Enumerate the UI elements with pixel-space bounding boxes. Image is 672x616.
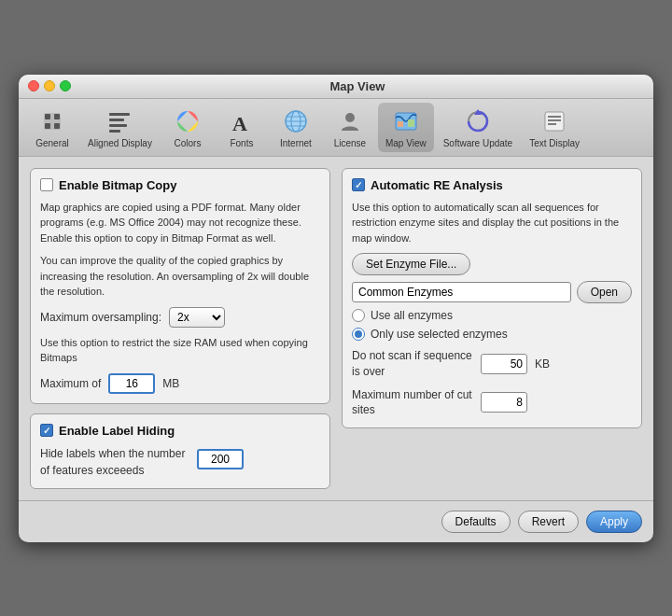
oversampling-row: Maximum oversampling: 2x 4x 1x <box>40 307 320 328</box>
aligned-display-icon <box>105 106 134 136</box>
toolbar-label-aligned-display: Aligned Display <box>88 138 152 148</box>
toolbar-item-license[interactable]: License <box>324 103 376 152</box>
enzyme-file-input[interactable] <box>352 282 571 302</box>
toolbar-label-license: License <box>334 138 366 148</box>
svg-rect-4 <box>54 123 60 129</box>
right-panel: Automatic RE Analysis Use this option to… <box>342 168 642 489</box>
label-hiding-header: Enable Label Hiding <box>40 424 320 438</box>
svg-point-16 <box>345 113 355 122</box>
oversampling-label: Maximum oversampling: <box>40 311 161 324</box>
toolbar-item-colors[interactable]: Colors <box>161 103 214 152</box>
scan-row: Do not scan if sequence is over KB <box>352 348 632 380</box>
use-selected-enzymes-label: Only use selected enzymes <box>371 328 508 341</box>
cut-sites-label: Maximum number of cut sites <box>352 387 473 419</box>
toolbar-item-aligned-display[interactable]: Aligned Display <box>80 103 160 152</box>
software-update-icon <box>463 106 493 136</box>
bitmap-copy-title: Enable Bitmap Copy <box>59 178 176 192</box>
bitmap-copy-desc1: Map graphics are copied using a PDF form… <box>40 200 320 246</box>
auto-re-section: Automatic RE Analysis Use this option to… <box>342 168 642 429</box>
auto-re-header: Automatic RE Analysis <box>352 178 632 192</box>
svg-rect-19 <box>408 119 414 127</box>
window-title: Map View <box>71 79 644 93</box>
license-icon <box>335 106 365 136</box>
enzyme-file-row: Open <box>352 281 632 303</box>
toolbar-item-internet[interactable]: Internet <box>270 103 322 152</box>
bitmap-copy-header: Enable Bitmap Copy <box>40 178 320 192</box>
set-enzyme-button[interactable]: Set Enzyme File... <box>352 253 470 275</box>
svg-rect-1 <box>45 114 50 119</box>
gear-icon <box>37 106 67 136</box>
maximum-row: Maximum of MB <box>40 373 320 394</box>
toolbar-item-fonts[interactable]: A Fonts <box>216 103 268 152</box>
internet-icon <box>281 106 311 136</box>
traffic-lights <box>28 80 71 91</box>
use-selected-enzymes-row: Only use selected enzymes <box>352 328 632 341</box>
svg-rect-8 <box>109 130 120 133</box>
map-view-icon <box>391 106 421 136</box>
text-display-icon <box>539 106 569 136</box>
close-button[interactable] <box>28 80 39 91</box>
bitmap-copy-section: Enable Bitmap Copy Map graphics are copi… <box>30 168 330 404</box>
svg-rect-2 <box>54 114 60 119</box>
apply-button[interactable]: Apply <box>586 511 642 533</box>
svg-rect-3 <box>45 123 50 129</box>
bottom-bar: Defaults Revert Apply <box>19 500 653 542</box>
label-hiding-value-input[interactable] <box>197 449 244 469</box>
defaults-button[interactable]: Defaults <box>441 511 511 533</box>
oversampling-select[interactable]: 2x 4x 1x <box>169 307 225 328</box>
cut-sites-row: Maximum number of cut sites <box>352 387 632 419</box>
scan-label: Do not scan if sequence is over <box>352 348 473 380</box>
toolbar-label-colors: Colors <box>174 138 201 148</box>
toolbar-label-software-update: Software Update <box>443 138 513 148</box>
fonts-icon: A <box>227 106 257 136</box>
toolbar-item-general[interactable]: General <box>26 103 78 152</box>
auto-re-desc: Use this option to automatically scan al… <box>352 200 632 246</box>
maximum-value-input[interactable] <box>108 373 155 394</box>
toolbar-label-fonts: Fonts <box>230 138 253 148</box>
label-hiding-section: Enable Label Hiding Hide labels when the… <box>30 413 330 489</box>
main-window: Map View General <box>19 75 653 542</box>
label-hiding-title: Enable Label Hiding <box>59 424 175 438</box>
svg-rect-22 <box>545 112 564 131</box>
toolbar: General Aligned Display <box>19 99 653 157</box>
toolbar-item-map-view[interactable]: Map View <box>378 103 434 152</box>
svg-rect-18 <box>398 121 403 127</box>
svg-rect-6 <box>109 119 124 121</box>
label-hiding-row: Hide labels when the number of features … <box>40 445 320 479</box>
ram-desc: Use this option to restrict the size RAM… <box>40 335 320 366</box>
label-hiding-checkbox[interactable] <box>40 424 53 437</box>
toolbar-label-internet: Internet <box>280 138 312 148</box>
main-content: Enable Bitmap Copy Map graphics are copi… <box>19 157 653 500</box>
revert-button[interactable]: Revert <box>518 511 579 533</box>
open-button[interactable]: Open <box>577 281 632 303</box>
svg-text:A: A <box>232 112 247 134</box>
use-all-enzymes-label: Use all enzymes <box>371 309 453 322</box>
auto-re-checkbox[interactable] <box>352 178 365 191</box>
colors-icon <box>173 106 203 136</box>
set-enzyme-row: Set Enzyme File... <box>352 253 632 275</box>
toolbar-label-general: General <box>35 138 69 148</box>
minimize-button[interactable] <box>44 80 55 91</box>
toolbar-item-software-update[interactable]: Software Update <box>436 103 521 152</box>
maximize-button[interactable] <box>60 80 71 91</box>
left-panel: Enable Bitmap Copy Map graphics are copi… <box>30 168 330 489</box>
maximum-label: Maximum of <box>40 377 101 390</box>
svg-rect-5 <box>109 113 130 116</box>
label-hiding-desc: Hide labels when the number of features … <box>40 445 189 479</box>
bitmap-copy-desc2: You can improve the quality of the copie… <box>40 253 320 300</box>
use-all-enzymes-radio[interactable] <box>352 309 365 322</box>
bitmap-copy-checkbox[interactable] <box>40 178 53 191</box>
toolbar-label-map-view: Map View <box>385 138 427 148</box>
scan-value-input[interactable] <box>481 354 527 374</box>
cut-sites-value-input[interactable] <box>481 392 527 413</box>
scan-unit: KB <box>535 357 550 371</box>
toolbar-label-text-display: Text Display <box>529 138 580 148</box>
use-all-enzymes-row: Use all enzymes <box>352 309 632 322</box>
use-selected-enzymes-radio[interactable] <box>352 328 365 341</box>
maximum-unit: MB <box>162 377 179 390</box>
auto-re-title: Automatic RE Analysis <box>371 178 503 192</box>
toolbar-item-text-display[interactable]: Text Display <box>522 103 587 152</box>
titlebar: Map View <box>19 75 653 99</box>
svg-rect-7 <box>109 124 127 127</box>
